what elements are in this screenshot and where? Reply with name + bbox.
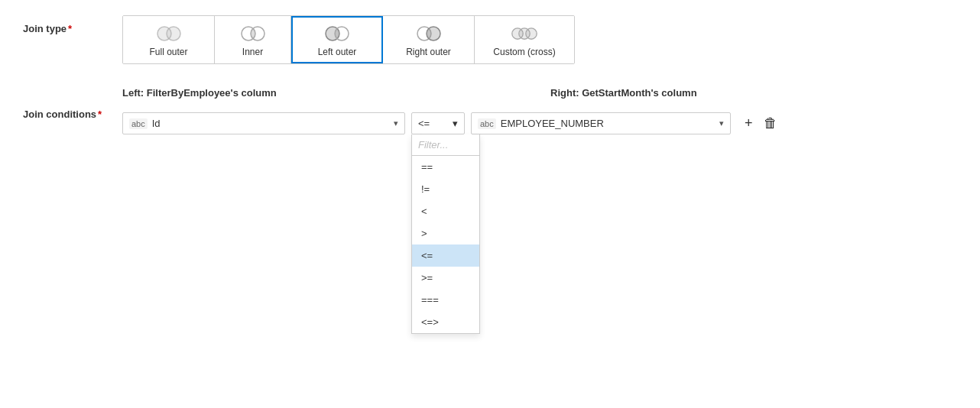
delete-condition-button[interactable]: 🗑 — [761, 112, 780, 134]
custom-cross-label: Custom (cross) — [493, 47, 555, 57]
operator-option-gte[interactable]: >= — [412, 267, 479, 289]
operator-option-neq[interactable]: != — [412, 178, 479, 200]
left-column-dropdown[interactable]: abc Id ▾ — [122, 112, 405, 134]
right-column-dropdown[interactable]: abc EMPLOYEE_NUMBER ▾ — [471, 112, 731, 134]
full-outer-icon — [155, 24, 183, 44]
right-column-header: Right: GetStartMonth's column — [550, 87, 697, 99]
full-outer-label: Full outer — [149, 47, 187, 57]
join-type-label: Join type* — [23, 15, 122, 34]
left-field-type: abc — [129, 118, 148, 129]
action-buttons: + 🗑 — [741, 112, 780, 134]
join-type-section: Join type* Full outer — [23, 15, 957, 64]
custom-cross-icon — [511, 24, 538, 44]
svg-point-18 — [526, 28, 537, 39]
main-container: Join type* Full outer — [0, 0, 980, 408]
operator-option-strict-eq[interactable]: === — [412, 289, 479, 311]
operator-filter-input[interactable] — [412, 134, 479, 156]
left-outer-icon — [323, 24, 351, 44]
join-type-full-outer[interactable]: Full outer — [123, 16, 215, 63]
right-column-dropdown-wrapper: abc EMPLOYEE_NUMBER ▾ — [471, 112, 731, 134]
operator-value: <= — [418, 118, 430, 129]
inner-label: Inner — [242, 47, 263, 57]
svg-point-3 — [167, 27, 180, 40]
left-field-chevron: ▾ — [394, 118, 398, 128]
add-condition-button[interactable]: + — [741, 112, 756, 134]
operator-option-lte[interactable]: <= — [412, 244, 479, 267]
operator-dropdown-button[interactable]: <= ▾ — [411, 112, 465, 134]
right-field-value: EMPLOYEE_NUMBER — [501, 118, 710, 129]
left-field-value: Id — [152, 118, 385, 129]
operator-option-lt[interactable]: < — [412, 200, 479, 222]
join-type-right-outer[interactable]: Right outer — [383, 16, 475, 63]
conditions-headers: Left: FilterByEmployee's column Right: G… — [122, 87, 780, 99]
join-type-left-outer[interactable]: Left outer — [291, 16, 383, 63]
left-outer-label: Left outer — [318, 47, 357, 57]
right-field-type: abc — [478, 118, 496, 129]
operator-dropdown-wrapper: <= ▾ == != < > <= >= === <=> — [411, 112, 465, 134]
inner-icon — [239, 24, 267, 44]
left-column-dropdown-wrapper: abc Id ▾ — [122, 112, 405, 134]
join-type-custom-cross[interactable]: Custom (cross) — [475, 16, 574, 63]
left-column-header: Left: FilterByEmployee's column — [122, 87, 420, 99]
join-type-inner[interactable]: Inner — [215, 16, 291, 63]
operator-option-spaceship[interactable]: <=> — [412, 311, 479, 333]
right-outer-label: Right outer — [406, 47, 451, 57]
right-outer-icon — [415, 24, 443, 44]
operator-option-gt[interactable]: > — [412, 222, 479, 244]
condition-row: abc Id ▾ <= ▾ == != — [122, 112, 780, 134]
join-conditions-content: Left: FilterByEmployee's column Right: G… — [122, 87, 780, 134]
right-field-chevron: ▾ — [719, 118, 724, 128]
join-conditions-section: Join conditions* Left: FilterByEmployee'… — [23, 87, 957, 134]
operator-dropdown-menu: == != < > <= >= === <=> — [411, 134, 480, 334]
join-conditions-label: Join conditions* — [23, 87, 122, 120]
join-type-buttons-group: Full outer Inner — [122, 15, 575, 64]
operator-option-eq[interactable]: == — [412, 156, 479, 178]
operator-chevron: ▾ — [453, 118, 458, 129]
